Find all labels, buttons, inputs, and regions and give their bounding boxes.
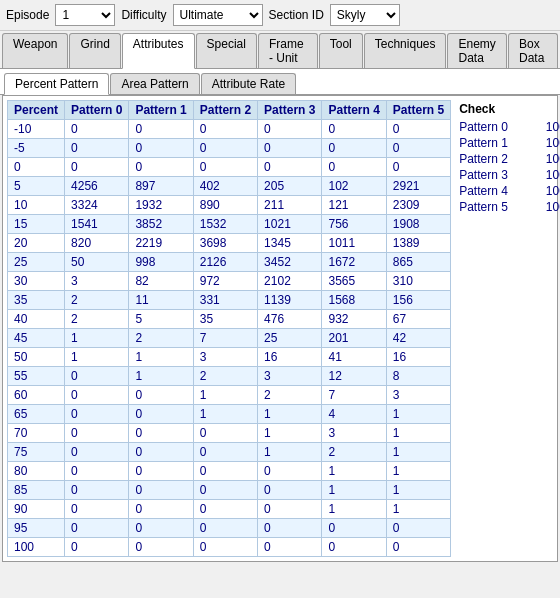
cell-row13-col2: 1	[129, 367, 193, 386]
cell-row21-col0: 95	[8, 519, 65, 538]
cell-row18-col1: 0	[65, 462, 129, 481]
cell-row17-col4: 1	[258, 443, 322, 462]
cell-row11-col4: 25	[258, 329, 322, 348]
cell-row16-col2: 0	[129, 424, 193, 443]
cell-row7-col0: 25	[8, 253, 65, 272]
cell-row5-col3: 1532	[193, 215, 257, 234]
tab-percent-pattern[interactable]: Percent Pattern	[4, 73, 109, 95]
cell-row10-col6: 67	[386, 310, 450, 329]
cell-row20-col4: 0	[258, 500, 322, 519]
check-value-5: 10000	[546, 200, 560, 214]
cell-row5-col1: 1541	[65, 215, 129, 234]
table-row: 1515413852153210217561908	[8, 215, 451, 234]
table-row: 85000011	[8, 481, 451, 500]
tab-grind[interactable]: Grind	[69, 33, 120, 68]
cell-row21-col2: 0	[129, 519, 193, 538]
sub-nav-tabs: Percent Pattern Area Pattern Attribute R…	[0, 69, 560, 95]
check-value-0: 10000	[546, 120, 560, 134]
cell-row8-col5: 3565	[322, 272, 386, 291]
cell-row9-col5: 1568	[322, 291, 386, 310]
cell-row1-col3: 0	[193, 139, 257, 158]
tab-attributes[interactable]: Attributes	[122, 33, 195, 69]
check-value-3: 10000	[546, 168, 560, 182]
table-row: 2082022193698134510111389	[8, 234, 451, 253]
main-nav-tabs: Weapon Grind Attributes Special Frame - …	[0, 31, 560, 69]
tab-area-pattern[interactable]: Area Pattern	[110, 73, 199, 94]
cell-row21-col5: 0	[322, 519, 386, 538]
tab-attribute-rate[interactable]: Attribute Rate	[201, 73, 296, 94]
cell-row5-col6: 1908	[386, 215, 450, 234]
cell-row22-col6: 0	[386, 538, 450, 557]
episode-select[interactable]: 1 2 3 4	[55, 4, 115, 26]
tab-special[interactable]: Special	[196, 33, 257, 68]
tab-enemy-data[interactable]: Enemy Data	[447, 33, 506, 68]
cell-row13-col3: 2	[193, 367, 257, 386]
cell-row10-col3: 35	[193, 310, 257, 329]
cell-row7-col1: 50	[65, 253, 129, 272]
table-row: 2550998212634521672865	[8, 253, 451, 272]
cell-row8-col1: 3	[65, 272, 129, 291]
difficulty-select[interactable]: Normal Hard Very Hard Ultimate	[173, 4, 263, 26]
cell-row12-col1: 1	[65, 348, 129, 367]
tab-tool[interactable]: Tool	[319, 33, 363, 68]
col-header-pattern3: Pattern 3	[258, 101, 322, 120]
cell-row20-col5: 1	[322, 500, 386, 519]
cell-row9-col0: 35	[8, 291, 65, 310]
cell-row18-col6: 1	[386, 462, 450, 481]
tab-techniques[interactable]: Techniques	[364, 33, 447, 68]
cell-row19-col1: 0	[65, 481, 129, 500]
cell-row18-col2: 0	[129, 462, 193, 481]
cell-row15-col5: 4	[322, 405, 386, 424]
cell-row16-col4: 1	[258, 424, 322, 443]
cell-row3-col4: 205	[258, 177, 322, 196]
table-row: 65001141	[8, 405, 451, 424]
cell-row0-col2: 0	[129, 120, 193, 139]
cell-row17-col6: 1	[386, 443, 450, 462]
check-label-2: Pattern 2	[459, 152, 508, 166]
cell-row17-col1: 0	[65, 443, 129, 462]
cell-row14-col1: 0	[65, 386, 129, 405]
cell-row22-col4: 0	[258, 538, 322, 557]
cell-row3-col2: 897	[129, 177, 193, 196]
table-row: -5000000	[8, 139, 451, 158]
cell-row14-col0: 60	[8, 386, 65, 405]
col-header-pattern2: Pattern 2	[193, 101, 257, 120]
cell-row15-col0: 65	[8, 405, 65, 424]
cell-row8-col6: 310	[386, 272, 450, 291]
cell-row22-col5: 0	[322, 538, 386, 557]
cell-row17-col2: 0	[129, 443, 193, 462]
cell-row0-col6: 0	[386, 120, 450, 139]
cell-row12-col3: 3	[193, 348, 257, 367]
check-value-2: 10000	[546, 152, 560, 166]
tab-frame-unit[interactable]: Frame - Unit	[258, 33, 318, 68]
section-select[interactable]: Skyly Bluefull Purplenum Pinkal Redria O…	[330, 4, 400, 26]
cell-row4-col0: 10	[8, 196, 65, 215]
cell-row17-col0: 75	[8, 443, 65, 462]
tab-box-data[interactable]: Box Data	[508, 33, 558, 68]
cell-row4-col1: 3324	[65, 196, 129, 215]
cell-row10-col5: 932	[322, 310, 386, 329]
table-row: 451272520142	[8, 329, 451, 348]
cell-row11-col2: 2	[129, 329, 193, 348]
cell-row19-col3: 0	[193, 481, 257, 500]
cell-row3-col5: 102	[322, 177, 386, 196]
tab-weapon[interactable]: Weapon	[2, 33, 68, 68]
cell-row8-col4: 2102	[258, 272, 322, 291]
cell-row16-col5: 3	[322, 424, 386, 443]
cell-row3-col3: 402	[193, 177, 257, 196]
cell-row11-col5: 201	[322, 329, 386, 348]
cell-row12-col5: 41	[322, 348, 386, 367]
cell-row0-col3: 0	[193, 120, 257, 139]
cell-row21-col3: 0	[193, 519, 257, 538]
cell-row13-col1: 0	[65, 367, 129, 386]
cell-row19-col0: 85	[8, 481, 65, 500]
cell-row22-col2: 0	[129, 538, 193, 557]
cell-row9-col6: 156	[386, 291, 450, 310]
col-header-pattern1: Pattern 1	[129, 101, 193, 120]
cell-row16-col6: 1	[386, 424, 450, 443]
cell-row10-col1: 2	[65, 310, 129, 329]
cell-row15-col1: 0	[65, 405, 129, 424]
cell-row0-col5: 0	[322, 120, 386, 139]
table-row: 70000131	[8, 424, 451, 443]
cell-row14-col2: 0	[129, 386, 193, 405]
